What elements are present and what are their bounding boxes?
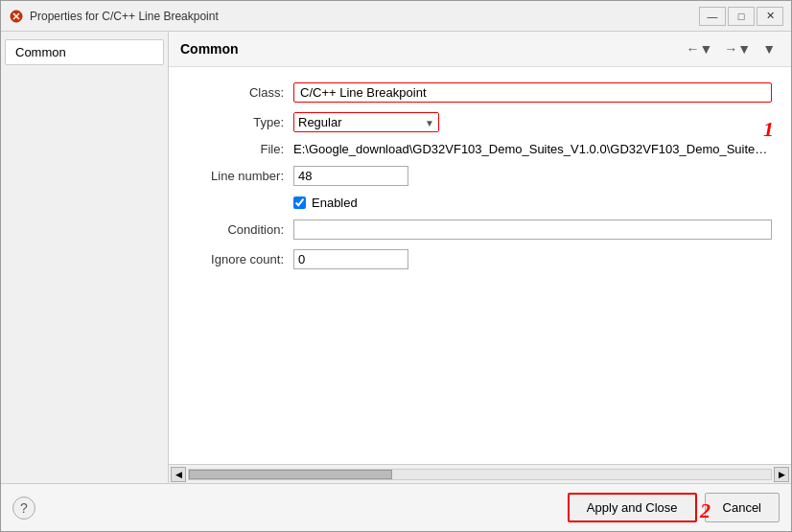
dialog-body: Common Common ←▼ →▼ ▼ Class: C xyxy=(1,32,791,483)
nav-back-button[interactable]: ←▼ xyxy=(682,39,716,58)
cancel-button[interactable]: Cancel xyxy=(705,493,780,522)
scroll-right-button[interactable]: ▶ xyxy=(774,467,789,482)
class-value: C/C++ Line Breakpoint xyxy=(293,82,772,103)
action-buttons: Apply and Close Cancel xyxy=(568,493,780,522)
nav-forward-button[interactable]: →▼ xyxy=(720,39,755,58)
close-button[interactable]: ✕ xyxy=(757,7,783,26)
enabled-row: Enabled xyxy=(188,196,772,210)
horizontal-scrollbar: ◀ ▶ xyxy=(169,464,791,483)
ignore-count-input[interactable] xyxy=(293,249,408,269)
form-wrapper: Class: C/C++ Line Breakpoint Type: Regul… xyxy=(169,67,791,483)
type-select-wrapper: Regular Hardware Software ▼ xyxy=(293,112,439,132)
scrollbar-track xyxy=(188,469,772,480)
file-value: E:\Google_download\GD32VF103_Demo_Suites… xyxy=(293,142,772,156)
main-content: Common ←▼ →▼ ▼ Class: C/C++ Line Breakpo… xyxy=(169,32,791,483)
enabled-label[interactable]: Enabled xyxy=(312,196,358,210)
file-label: File: xyxy=(188,142,293,156)
scroll-left-button[interactable]: ◀ xyxy=(171,467,186,482)
type-row: Type: Regular Hardware Software ▼ xyxy=(188,112,772,132)
file-row: File: E:\Google_download\GD32VF103_Demo_… xyxy=(188,142,772,156)
navigation-arrows: ←▼ →▼ ▼ xyxy=(682,39,780,58)
ignore-count-row: Ignore count: xyxy=(188,249,772,269)
minimize-button[interactable]: — xyxy=(699,7,726,26)
class-row: Class: C/C++ Line Breakpoint xyxy=(188,82,772,103)
condition-row: Condition: xyxy=(188,220,772,240)
line-number-input[interactable] xyxy=(293,166,408,186)
window-controls: — □ ✕ xyxy=(699,7,783,26)
enabled-checkbox[interactable] xyxy=(293,197,306,209)
sidebar-item-common[interactable]: Common xyxy=(5,39,164,65)
condition-input[interactable] xyxy=(293,220,772,240)
window-title: Properties for C/C++ Line Breakpoint xyxy=(30,10,699,23)
line-number-label: Line number: xyxy=(188,169,293,183)
type-select[interactable]: Regular Hardware Software xyxy=(294,113,438,131)
ignore-count-label: Ignore count: xyxy=(188,252,293,266)
condition-label: Condition: xyxy=(188,222,293,237)
section-title: Common xyxy=(180,41,239,57)
form-area: Class: C/C++ Line Breakpoint Type: Regul… xyxy=(169,67,791,464)
content-header: Common ←▼ →▼ ▼ xyxy=(169,32,791,67)
class-label: Class: xyxy=(188,85,293,100)
nav-dropdown-button[interactable]: ▼ xyxy=(758,39,780,58)
dialog-window: Properties for C/C++ Line Breakpoint — □… xyxy=(0,0,792,532)
sidebar: Common xyxy=(1,32,169,483)
scrollbar-thumb[interactable] xyxy=(189,470,392,479)
help-button[interactable]: ? xyxy=(12,497,35,520)
window-icon xyxy=(9,9,24,24)
bottom-bar: ? Apply and Close Cancel 2 xyxy=(1,483,791,531)
title-bar: Properties for C/C++ Line Breakpoint — □… xyxy=(1,1,791,32)
maximize-button[interactable]: □ xyxy=(728,7,755,26)
apply-close-button[interactable]: Apply and Close xyxy=(568,493,697,522)
type-label: Type: xyxy=(188,115,293,129)
line-number-row: Line number: xyxy=(188,166,772,186)
